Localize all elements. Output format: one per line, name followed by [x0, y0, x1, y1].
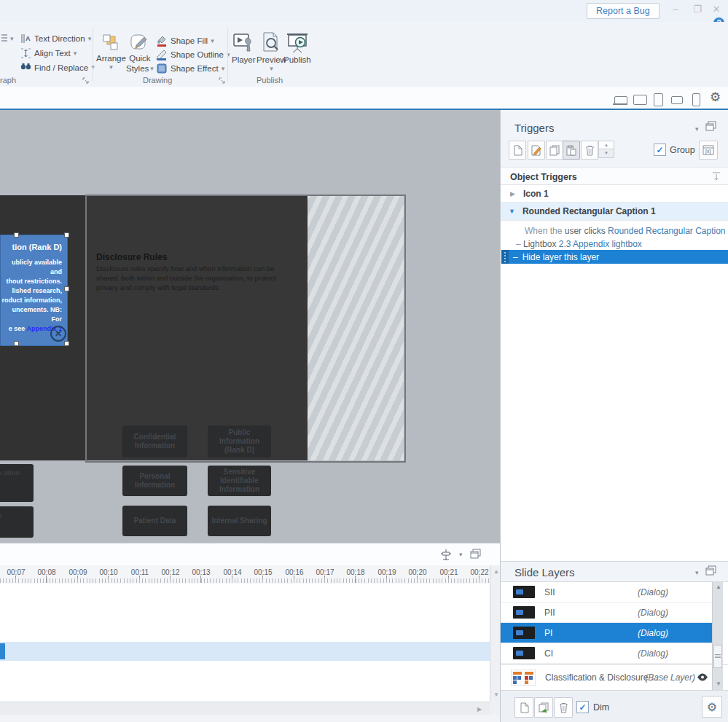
rounded-rectangular-caption[interactable]: tion (Rank D) ublicly available and thou… [0, 235, 68, 346]
chevron-down-icon[interactable]: ▾ [695, 126, 699, 133]
trigger-hide-layer-row-selected[interactable]: – Hide layer this layer [501, 250, 728, 264]
timeline-rows[interactable] [0, 584, 490, 702]
dialog-box-internal[interactable]: Internal Sharing [208, 506, 271, 536]
layer-row-pi-selected[interactable]: PI (Dialog) [501, 623, 712, 643]
minimize-button[interactable]: – [668, 2, 684, 15]
timeline-tick: 00:21 [439, 568, 458, 576]
scroll-down-icon[interactable]: ▼ [716, 681, 721, 687]
collapse-all-icon[interactable] [712, 172, 721, 181]
selection-handle[interactable] [64, 232, 69, 238]
chevron-down-icon: ▾ [88, 36, 92, 42]
phone-portrait-icon[interactable] [692, 93, 700, 106]
caption-close-icon[interactable]: ✕ [50, 326, 66, 342]
edit-trigger-button[interactable] [528, 141, 545, 160]
close-button[interactable]: ✕ [708, 2, 724, 15]
move-trigger-up-button[interactable]: ▲ [598, 141, 614, 149]
timeline-horizontal-scrollbar[interactable]: ▶ [0, 702, 490, 715]
delete-layer-button[interactable] [554, 697, 573, 718]
layers-scrollbar[interactable]: ▲ ▼ [712, 582, 723, 690]
layer-thumbnail [513, 606, 535, 619]
layer-row-sii[interactable]: SII (Dialog) [501, 582, 712, 603]
move-trigger-down-button[interactable]: ▼ [598, 149, 614, 158]
selection-handle[interactable] [64, 341, 69, 346]
layer-properties-gear-button[interactable]: ⚙ [702, 696, 722, 718]
panel-menu-icon[interactable] [705, 565, 716, 576]
duplicate-layer-button[interactable] [534, 697, 553, 718]
scroll-up-icon[interactable]: ▲ [716, 584, 721, 590]
chevron-down-icon[interactable]: ▾ [459, 552, 463, 558]
timeline-vertical-scrollbar[interactable]: ▲ ▼ [490, 565, 501, 702]
view-bar: ⚙ [0, 87, 728, 109]
trigger-group-icon1[interactable]: ▶ Icon 1 [501, 185, 728, 203]
player-button[interactable]: Player [232, 32, 256, 64]
paste-trigger-button[interactable] [563, 141, 580, 160]
tablet-landscape-icon[interactable] [633, 95, 647, 105]
dialog-launcher-icon[interactable] [219, 77, 226, 85]
slide-canvas[interactable]: ↷ es tive fiable ation er cations Disclo… [0, 110, 500, 543]
shape-fill-button[interactable]: Shape Fill▾ [156, 35, 214, 47]
trigger-group-caption1[interactable]: ▼ Rounded Rectangular Caption 1 [501, 203, 728, 221]
chevron-down-icon[interactable]: ▾ [695, 570, 699, 576]
layer-thumbnail [513, 586, 535, 598]
shape-outline-button[interactable]: Shape Outline▾ [156, 49, 230, 60]
dialog-box-personal[interactable]: Personal Information [122, 466, 187, 496]
group-checkbox-label: Group [670, 145, 695, 155]
drag-handle[interactable] [501, 250, 509, 264]
selection-handle[interactable] [14, 341, 19, 346]
chevron-down-icon[interactable]: ▼ [509, 208, 515, 215]
player-icon [233, 32, 254, 54]
variables-button[interactable]: [x] [699, 141, 718, 160]
panel-menu-icon[interactable] [705, 121, 716, 131]
copy-trigger-button[interactable] [546, 141, 563, 160]
align-text-button[interactable]: Align Text▾ [20, 48, 77, 58]
layer-row-base[interactable]: Classification & Disclosure ... (Base La… [501, 664, 728, 690]
tablet-portrait-icon[interactable] [654, 93, 663, 106]
timeline-tick: 00:08 [37, 568, 55, 576]
publish-button[interactable]: Publish [283, 32, 311, 64]
dialog-box-confidential[interactable]: Confidential Information [122, 425, 187, 458]
eye-icon[interactable] [697, 673, 708, 681]
selection-handle[interactable] [14, 232, 19, 238]
trigger-when-line[interactable]: When the user clicks Rounded Rectangular… [525, 226, 728, 236]
new-layer-icon [520, 702, 529, 713]
scroll-right-icon[interactable]: ▶ [477, 707, 482, 713]
selection-handle[interactable] [64, 286, 69, 291]
new-layer-button[interactable] [514, 697, 533, 718]
shape-effect-button[interactable]: Shape Effect▾ [156, 63, 224, 74]
layer-row-pii[interactable]: PII (Dialog) [501, 603, 712, 623]
timeline-object-bar[interactable] [0, 643, 5, 659]
dialog-box-public[interactable]: Public Information (Rank D) [208, 425, 271, 458]
layer-thumbnail [513, 647, 535, 659]
gear-icon[interactable]: ⚙ [710, 90, 721, 105]
edit-trigger-icon [531, 145, 541, 156]
layer-row-ci[interactable]: CI (Dialog) [501, 643, 712, 664]
scroll-up-icon[interactable]: ▲ [493, 569, 499, 575]
lightbox-link[interactable]: 2.3 Appendix lightbox [559, 239, 642, 249]
timeline-selected-row[interactable] [0, 642, 490, 661]
scrollbar-thumb[interactable] [713, 645, 722, 668]
new-trigger-button[interactable] [509, 141, 526, 160]
find-replace-button[interactable]: Find / Replace▾ [20, 63, 95, 72]
text-direction-button[interactable]: A Text Direction▾ [20, 34, 91, 44]
dialog-box-patient[interactable]: Patient Data [122, 506, 187, 536]
dim-checkbox[interactable]: ✓ [576, 701, 589, 713]
scroll-down-icon[interactable]: ▼ [493, 692, 499, 698]
report-a-bug-button[interactable]: Report a Bug [587, 3, 659, 19]
line-spacing-button[interactable]: ▾ [0, 34, 14, 44]
trigger-lightbox-row[interactable]: – Lightbox 2.3 Appendix lightbox [516, 239, 642, 249]
delete-trigger-button[interactable] [581, 141, 598, 160]
phone-landscape-icon[interactable] [671, 96, 683, 104]
trigger-target-link[interactable]: Rounded Rectangular Caption 1 [608, 226, 728, 236]
line-spacing-icon [0, 34, 7, 44]
chevron-right-icon[interactable]: ▶ [510, 190, 515, 197]
dialog-box-sensitive[interactable]: Sensitive Identifiable Information [208, 466, 271, 496]
dialog-launcher-icon[interactable] [82, 77, 90, 85]
timeline-zoom-icon[interactable] [440, 549, 452, 561]
panel-menu-icon[interactable] [470, 549, 481, 559]
group-checkbox[interactable]: ✓ [654, 144, 666, 156]
preview-button[interactable]: Preview ▾ [257, 32, 286, 72]
restore-button[interactable]: ❐ [689, 2, 705, 15]
quick-styles-button[interactable]: Quick Styles▾ [126, 34, 154, 73]
arrange-button[interactable]: Arrange ▾ [96, 34, 126, 71]
timeline-ruler[interactable]: 00:07 00:08 00:09 00:10 00:11 00:12 00:1… [0, 565, 490, 584]
